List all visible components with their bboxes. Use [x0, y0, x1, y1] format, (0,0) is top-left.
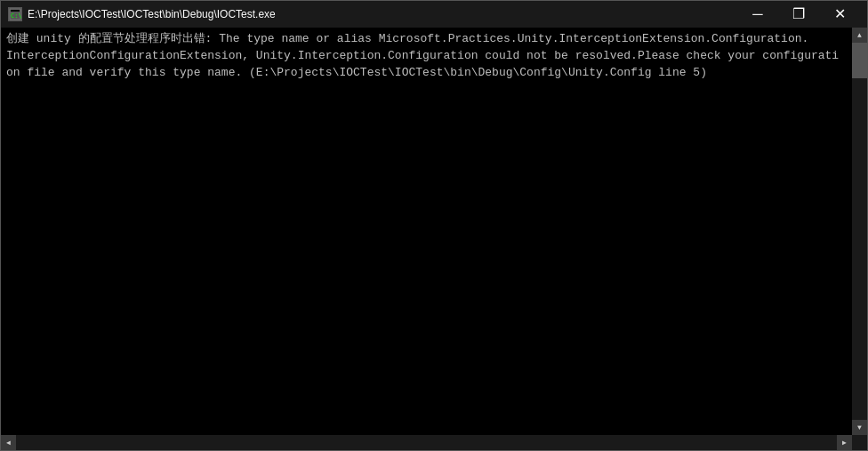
scroll-left-button[interactable]: ◀: [1, 435, 16, 450]
console-container: 创建 unity 的配置节处理程序时出错: The type name or a…: [1, 28, 867, 435]
scroll-down-button[interactable]: ▼: [852, 420, 867, 435]
svg-text:C:\: C:\: [11, 12, 21, 20]
vertical-scrollbar[interactable]: ▲ ▼: [852, 28, 867, 435]
horizontal-scrollbar[interactable]: ◀ ▶: [1, 435, 867, 450]
scroll-thumb[interactable]: [852, 43, 867, 78]
scroll-up-button[interactable]: ▲: [852, 28, 867, 43]
close-button[interactable]: ✕: [819, 1, 860, 28]
window: C:\ E:\Projects\IOCTest\IOCTest\bin\Debu…: [0, 0, 868, 451]
console-output: 创建 unity 的配置节处理程序时出错: The type name or a…: [1, 28, 852, 435]
app-icon: C:\: [8, 7, 22, 21]
scrollbar-corner: [852, 435, 867, 450]
scroll-right-button[interactable]: ▶: [837, 435, 852, 450]
svg-rect-1: [11, 10, 20, 12]
window-controls: ─ ❐ ✕: [737, 1, 860, 28]
restore-button[interactable]: ❐: [778, 1, 819, 28]
title-bar: C:\ E:\Projects\IOCTest\IOCTest\bin\Debu…: [1, 1, 867, 28]
window-title: E:\Projects\IOCTest\IOCTest\bin\Debug\IO…: [28, 8, 737, 20]
horizontal-scroll-track[interactable]: [16, 435, 837, 450]
minimize-button[interactable]: ─: [737, 1, 778, 28]
scroll-track[interactable]: [852, 43, 867, 420]
